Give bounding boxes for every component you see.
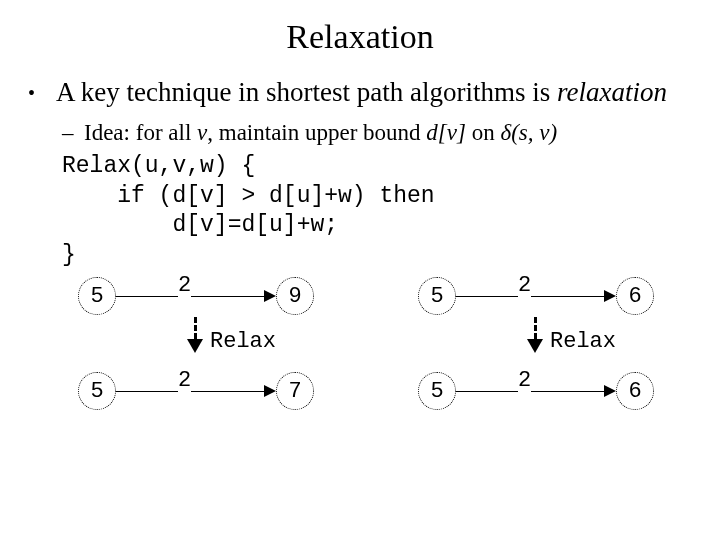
content-area: • A key technique in shortest path algor… — [0, 76, 720, 447]
arrow-tr — [604, 290, 616, 302]
node-bl-u: 5 — [78, 372, 116, 410]
node-tl-v: 9 — [276, 277, 314, 315]
weight-tr: 2 — [518, 273, 531, 298]
arrow-tl — [264, 290, 276, 302]
node-tr-u: 5 — [418, 277, 456, 315]
sub-p2: , maintain upper bound — [207, 120, 426, 145]
code-block: Relax(u,v,w) { if (d[v] > d[u]+w) then d… — [62, 152, 692, 272]
node-tr-v: 6 — [616, 277, 654, 315]
arrow-br — [604, 385, 616, 397]
relax-label-l: Relax — [210, 329, 276, 354]
bullet-text: A key technique in shortest path algorit… — [56, 76, 692, 110]
node-tl-u: 5 — [78, 277, 116, 315]
diagram: 5 2 9 5 2 6 Relax Relax 5 2 7 5 2 6 — [58, 277, 718, 447]
sub-p3: on — [466, 120, 501, 145]
node-br-v: 6 — [616, 372, 654, 410]
code-l4: } — [62, 242, 76, 268]
node-br-u: 5 — [418, 372, 456, 410]
relax-arrow-l — [187, 339, 203, 353]
bullet-dot: • — [28, 76, 56, 106]
sub-p1: Idea: for all — [84, 120, 197, 145]
bullet-italic: relaxation — [557, 77, 667, 107]
main-bullet: • A key technique in shortest path algor… — [28, 76, 692, 110]
relax-label-r: Relax — [550, 329, 616, 354]
sub-v2: d[v] — [426, 120, 466, 145]
sub-bullet: – Idea: for all v, maintain upper bound … — [62, 118, 692, 148]
relax-dash-l — [194, 317, 197, 339]
code-l1: Relax(u,v,w) { — [62, 153, 255, 179]
code-l2: if (d[v] > d[u]+w) then — [62, 183, 435, 209]
weight-bl: 2 — [178, 368, 191, 393]
page-title: Relaxation — [0, 0, 720, 76]
weight-br: 2 — [518, 368, 531, 393]
sub-text: Idea: for all v, maintain upper bound d[… — [84, 118, 557, 148]
relax-arrow-r — [527, 339, 543, 353]
bullet-prefix: A key technique in shortest path algorit… — [56, 77, 557, 107]
sub-v1: v — [197, 120, 207, 145]
node-bl-v: 7 — [276, 372, 314, 410]
weight-tl: 2 — [178, 273, 191, 298]
relax-dash-r — [534, 317, 537, 339]
sub-v3: δ(s, v) — [500, 120, 557, 145]
arrow-bl — [264, 385, 276, 397]
code-l3: d[v]=d[u]+w; — [62, 212, 338, 238]
sub-dash: – — [62, 118, 84, 148]
